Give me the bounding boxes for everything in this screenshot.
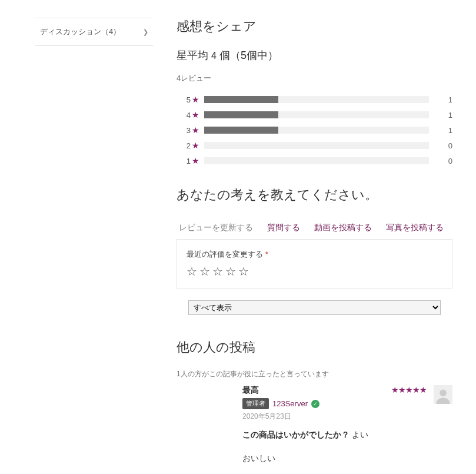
share-heading: 感想をシェア xyxy=(177,18,452,35)
star-icon: ★ xyxy=(192,141,199,150)
verified-icon: ✓ xyxy=(311,400,319,408)
tab-post-photo[interactable]: 写真を投稿する xyxy=(384,217,446,239)
tab-update-review[interactable]: レビューを更新する xyxy=(177,217,255,239)
star-icon: ★ xyxy=(192,125,199,135)
review-post: 最高 管理者 123Server ✓ 2020年5月23日 この商品はいかがでし… xyxy=(177,385,452,474)
rating-input[interactable]: ☆ ☆ ☆ ☆ ☆ xyxy=(187,264,442,279)
svg-point-0 xyxy=(440,390,447,397)
hist-count: 1 xyxy=(441,126,452,135)
chevron-right-icon: ❯ xyxy=(143,28,148,36)
hist-bar-fill xyxy=(204,127,278,134)
star-icon[interactable]: ☆ xyxy=(238,264,249,279)
rating-histogram: 5★14★13★12★01★0 xyxy=(177,92,452,168)
post-rating-stars: ★★★★★ xyxy=(391,385,427,395)
rating-form: 最近の評価を変更する * ☆ ☆ ☆ ☆ ☆ xyxy=(177,240,452,289)
star-icon: ★ xyxy=(192,110,199,120)
hist-label: 3 xyxy=(177,126,191,135)
hist-bar-fill xyxy=(204,96,278,103)
hist-row[interactable]: 4★1 xyxy=(177,107,452,122)
others-heading: 他の人の投稿 xyxy=(177,339,452,356)
post-body-text: おいしい xyxy=(242,453,452,464)
review-count: 4レビュー xyxy=(177,73,452,84)
star-icon[interactable]: ☆ xyxy=(187,264,197,279)
star-icon[interactable]: ☆ xyxy=(212,264,223,279)
star-icon[interactable]: ☆ xyxy=(225,264,236,279)
filter-select[interactable]: すべて表示 xyxy=(188,300,441,315)
sidebar-item-discussion[interactable]: ディスカッション（4） ❯ xyxy=(35,18,153,46)
hist-bar-track xyxy=(204,127,429,134)
avatar xyxy=(434,385,452,404)
hist-label: 4 xyxy=(177,111,191,120)
tab-ask-question[interactable]: 質問する xyxy=(265,217,302,239)
hist-bar-fill xyxy=(204,111,278,118)
hist-bar-track xyxy=(204,96,429,103)
hist-label: 1 xyxy=(177,157,191,165)
change-rating-label: 最近の評価を変更する * xyxy=(187,249,442,260)
hist-count: 1 xyxy=(441,111,452,120)
hist-bar-track xyxy=(204,111,429,118)
sidebar-item-label: ディスカッション（4） xyxy=(40,26,121,37)
tab-post-video[interactable]: 動画を投稿する xyxy=(312,217,374,239)
hist-count: 0 xyxy=(441,157,452,165)
star-icon[interactable]: ☆ xyxy=(199,264,210,279)
hist-label: 5 xyxy=(177,95,191,104)
hist-row[interactable]: 1★0 xyxy=(177,153,452,168)
star-icon: ★ xyxy=(192,95,199,104)
admin-badge: 管理者 xyxy=(242,398,269,409)
hist-bar-track xyxy=(204,157,429,164)
star-icon: ★ xyxy=(192,156,199,165)
hist-count: 0 xyxy=(441,141,452,150)
hist-row[interactable]: 5★1 xyxy=(177,92,452,107)
hist-label: 2 xyxy=(177,141,191,150)
thoughts-heading: あなたの考えを教えてください。 xyxy=(177,186,452,204)
post-date: 2020年5月23日 xyxy=(242,412,452,422)
hist-bar-track xyxy=(204,142,429,149)
author-link[interactable]: 123Server xyxy=(272,399,308,408)
post-qa: この商品はいかがでしたか？ よい xyxy=(242,430,452,440)
hist-row[interactable]: 2★0 xyxy=(177,138,452,153)
hist-count: 1 xyxy=(441,95,452,104)
hist-row[interactable]: 3★1 xyxy=(177,122,452,138)
average-rating-line: 星平均 4 個（5個中） xyxy=(177,48,452,62)
helpful-count: 1人の方がこの記事が役に立ったと言っています xyxy=(177,369,452,379)
